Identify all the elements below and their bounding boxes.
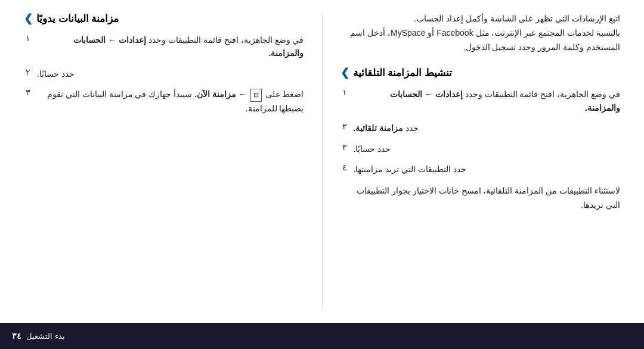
left-column: مزامنة البيانات يدويًا ❯ في وضع الجاهزية… [18, 12, 310, 311]
footer-bar: بدء التشغيل ٣٤ [0, 323, 644, 349]
step-text: اضغط على ⊟ ← مزامنة الآن. سيبدأ جهازك في… [37, 88, 304, 115]
page-container: اتبع الإرشادات التي تظهر على الشاشة وأكم… [0, 0, 644, 349]
chevron-right-icon: ❯ [340, 66, 349, 79]
step-item: حدد حسابًا. ٢ [24, 67, 304, 80]
step-number: ٢ [24, 67, 32, 77]
right-column: اتبع الإرشادات التي تظهر على الشاشة وأكم… [322, 12, 627, 311]
step-number: ١ [24, 33, 32, 43]
section-title-text: مزامنة البيانات يدويًا [36, 13, 119, 25]
footer-label: بدء التشغيل [26, 332, 65, 341]
chevron-right-icon: ❯ [24, 12, 33, 25]
step-item: في وضع الجاهزية، افتح قائمة التطبيقات وح… [24, 33, 304, 60]
note-text: لاستثناء التطبيقات من المزامنة التلقائية… [340, 184, 621, 213]
step-item: اضغط على ⊟ ← مزامنة الآن. سيبدأ جهازك في… [24, 88, 304, 115]
content-area: اتبع الإرشادات التي تظهر على الشاشة وأكم… [0, 0, 644, 323]
step-number: ١ [340, 88, 349, 97]
step-item: حدد حسابًا. ٣ [340, 142, 621, 155]
intro-paragraph-1: اتبع الإرشادات التي تظهر على الشاشة وأكم… [340, 12, 621, 54]
section-title-text: تنشيط المزامنة التلقائية [353, 67, 452, 79]
step-text: في وضع الجاهزية، افتح قائمة التطبيقات وح… [354, 88, 621, 114]
footer-page-number: ٣٤ [12, 331, 21, 341]
step-number: ٣ [340, 142, 349, 152]
step-number: ٣ [24, 88, 32, 97]
step-text: حدد التطبيقات التي تريد مزامنتها. [354, 163, 466, 176]
step-text: في وضع الجاهزية، افتح قائمة التطبيقات وح… [37, 33, 304, 60]
step-number: ٤ [340, 163, 349, 172]
step-item: حدد التطبيقات التي تريد مزامنتها. ٤ [340, 163, 621, 176]
step-text: حدد حسابًا. [354, 142, 391, 155]
auto-sync-steps: في وضع الجاهزية، افتح قائمة التطبيقات وح… [340, 88, 621, 176]
step-item: في وضع الجاهزية، افتح قائمة التطبيقات وح… [340, 88, 621, 114]
manual-sync-steps: في وضع الجاهزية، افتح قائمة التطبيقات وح… [24, 33, 304, 115]
auto-sync-section-title: تنشيط المزامنة التلقائية ❯ [340, 66, 621, 79]
step-item: حدد مزامنة تلقائية. ٢ [340, 121, 621, 135]
step-text: حدد مزامنة تلقائية. [354, 121, 419, 135]
manual-sync-section-title: مزامنة البيانات يدويًا ❯ [24, 12, 304, 25]
step-number: ٢ [340, 121, 349, 131]
menu-icon: ⊟ [250, 89, 262, 102]
step-text: حدد حسابًا. [37, 67, 75, 80]
